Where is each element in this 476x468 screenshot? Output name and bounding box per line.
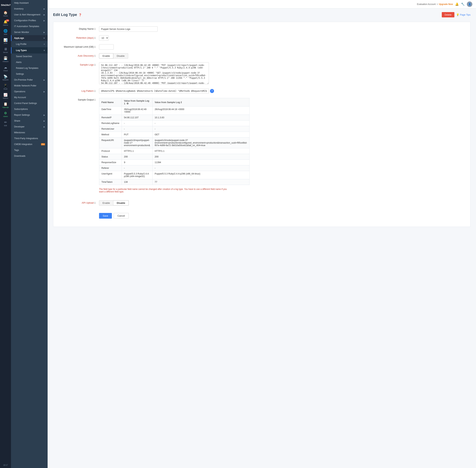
- add-log-type-icon[interactable]: +: [43, 49, 45, 52]
- sidebar-item-control-panel[interactable]: Control Panel Settings: [11, 100, 48, 106]
- sample-logs-info-icon[interactable]: ℹ: [94, 63, 95, 66]
- page-title-info-icon[interactable]: ❓: [79, 13, 82, 16]
- sidebar-item-alarms[interactable]: 🔔 26 Alarms: [0, 18, 11, 28]
- user-alert-label: User & Alert Management: [14, 13, 40, 16]
- log-pattern-info-icon[interactable]: ℹ: [94, 89, 95, 92]
- sidebar-item-applogs[interactable]: AppLogs ▼: [11, 35, 48, 41]
- sidebar-item-mobile-network[interactable]: Mobile Network Poller: [11, 83, 48, 89]
- sidebar-item-cloud[interactable]: ☁ Cloud: [0, 64, 11, 73]
- max-upload-input[interactable]: [99, 44, 114, 50]
- sidebar-item-on-premise-poller[interactable]: On-Premise Poller ▶: [11, 77, 48, 83]
- sidebar-item-tags[interactable]: Tags: [11, 147, 48, 153]
- bell-icon[interactable]: 🔔: [455, 2, 459, 6]
- sidebar-item-apm[interactable]: 📊 APM: [0, 37, 11, 46]
- sidebar-item-config-profiles[interactable]: Configuration Profiles ▶: [11, 18, 48, 23]
- col-val1: Value from Sample Log 1 ⚙: [122, 98, 152, 107]
- sidebar-item-report-settings[interactable]: Report Settings ▶: [11, 112, 48, 118]
- sidebar-item-developer[interactable]: Developer ▶: [11, 124, 48, 130]
- retention-label: Retention (days) ℹ: [59, 35, 99, 39]
- sidebar-item-edit[interactable]: ✏ Edit: [0, 119, 11, 128]
- add-log-profile-icon[interactable]: +: [43, 43, 45, 45]
- table-row: UserAgentPuppet/5.5.3 Ruby/2.4.4-p296 (x…: [99, 171, 249, 179]
- sidebar-item-applogs[interactable]: 📋 AppLogs: [0, 101, 11, 110]
- max-upload-row: Maximum Upload Limit (GB) ℹ: [59, 44, 465, 50]
- sample-output-info-icon[interactable]: ℹ: [94, 98, 95, 101]
- display-name-control: [99, 26, 465, 32]
- form-actions: Save Cancel: [99, 213, 465, 219]
- table-cell: 200: [152, 154, 249, 160]
- edit-log-type-form: Display Name ℹ Retention (days) ℹ 10 30: [53, 22, 471, 227]
- sidebar-item-downloads[interactable]: Downloads: [11, 153, 48, 159]
- wrench-icon[interactable]: 🔧: [461, 2, 465, 6]
- sidebar-item-cmdb[interactable]: CMDB Integration Pro: [11, 141, 48, 147]
- sample-logs-control: 54.90.112.107 - - [28/Aug/2018:06:42:49 …: [99, 62, 465, 85]
- icon-navigation-bar: ⊞ Site24x7 ⋯ 🏠 Home 🔔 26 Alarms 🌐 Web 📊 …: [0, 0, 11, 468]
- retention-row: Retention (days) ℹ 10 30 60 90: [59, 35, 465, 41]
- delete-button[interactable]: Delete: [442, 12, 455, 17]
- sidebar-item-rum[interactable]: 📱 RUM: [0, 82, 11, 91]
- sidebar-item-admin[interactable]: ⚙ Admin: [0, 110, 11, 119]
- sidebar-item-server-monitor[interactable]: Server Monitor ▶: [11, 29, 48, 35]
- sidebar-item-home[interactable]: 🏠 Home: [0, 9, 11, 18]
- retention-control: 10 30 60 90: [99, 35, 465, 41]
- sidebar-subitem-related-log-templates[interactable]: Related Log Templates: [11, 65, 48, 71]
- sidebar-item-user-alert[interactable]: User & Alert Management ▶: [11, 12, 48, 18]
- display-name-row: Display Name ℹ: [59, 26, 465, 32]
- table-cell: 134: [122, 179, 152, 185]
- table-cell: RemoteIP: [99, 115, 122, 120]
- api-upload-disable-btn[interactable]: Disable: [113, 200, 129, 206]
- max-upload-label: Maximum Upload Limit (GB) ℹ: [59, 44, 99, 48]
- table-cell: 11394: [152, 160, 249, 165]
- max-upload-info-icon[interactable]: ℹ: [94, 45, 95, 48]
- sidebar-item-share[interactable]: Share ▶: [11, 118, 48, 124]
- auto-discovery-enable-btn[interactable]: Enable: [99, 53, 113, 58]
- cancel-button[interactable]: Cancel: [114, 213, 129, 219]
- sidebar-item-inventory[interactable]: Inventory ▶: [11, 6, 48, 12]
- sidebar-subitem-log-profile[interactable]: Log Profile +: [11, 41, 48, 47]
- sidebar-item-web[interactable]: 🌐 Web: [0, 28, 11, 37]
- admin-label: Admin: [3, 116, 8, 117]
- page-tips-button[interactable]: 💡 Page Tips: [456, 13, 471, 16]
- cloud-icon: ☁: [4, 65, 7, 69]
- display-name-input[interactable]: [99, 26, 158, 32]
- upgrade-now-button[interactable]: Upgrade Now: [439, 3, 453, 5]
- brand-name: Site24x7: [1, 4, 11, 6]
- sidebar-subitem-alerts[interactable]: Alerts: [11, 59, 48, 65]
- sidebar-subitem-saved-searches[interactable]: Saved Searches: [11, 54, 48, 59]
- sidebar-item-metrics[interactable]: 📈 Metrics: [0, 91, 11, 101]
- user-avatar[interactable]: 👤: [467, 1, 472, 7]
- sidebar-item-it-automation[interactable]: IT Automation Templates: [11, 23, 48, 29]
- sidebar-item-network[interactable]: 📡 Network: [0, 73, 11, 82]
- log-pattern-input[interactable]: [99, 88, 209, 94]
- auto-discovery-info-icon[interactable]: ℹ: [94, 54, 95, 57]
- sample-output-table: Field Name Value from Sample Log 1 ⚙ Val…: [99, 98, 249, 185]
- retention-info-icon[interactable]: ℹ: [94, 36, 95, 39]
- display-name-info-icon[interactable]: ℹ: [94, 28, 95, 30]
- sidebar-subitem-log-types[interactable]: Log Types +: [11, 47, 48, 54]
- related-log-templates-label: Related Log Templates: [16, 67, 38, 69]
- table-cell: ResponseSize: [99, 160, 122, 165]
- sidebar-item-my-account[interactable]: My Account: [11, 94, 48, 100]
- mobile-network-label: Mobile Network Poller: [14, 84, 36, 87]
- sidebar-item-third-party[interactable]: Third-Party Integrations: [11, 135, 48, 141]
- sidebar-item-milestones[interactable]: Milestones: [11, 130, 48, 135]
- auto-discovery-disable-btn[interactable]: Disable: [113, 53, 128, 58]
- sidebar-item-subscriptions[interactable]: Subscriptions: [11, 106, 48, 112]
- sidebar-item-server[interactable]: 🖥 Server: [0, 46, 11, 55]
- page-title: Edit Log Type: [53, 13, 77, 17]
- sidebar-item-help[interactable]: Help Assistant: [11, 0, 48, 6]
- sample-logs-textarea[interactable]: 54.90.112.107 - - [28/Aug/2018:06:42:49 …: [99, 62, 209, 84]
- sidebar-subitem-settings[interactable]: Settings: [11, 71, 48, 77]
- sidebar-item-operations[interactable]: Operations ▶: [11, 89, 48, 94]
- save-button[interactable]: Save: [99, 213, 112, 219]
- vmware-icon: 💾: [3, 56, 8, 60]
- table-cell: Method: [99, 132, 122, 137]
- api-upload-enable-btn[interactable]: Enable: [99, 200, 113, 206]
- table-cell: HTTP/1.1: [152, 148, 249, 154]
- log-pattern-help-icon[interactable]: ?: [210, 89, 214, 93]
- retention-select[interactable]: 10 30 60 90: [99, 35, 109, 41]
- table-cell: RemoteUser: [99, 126, 122, 132]
- sidebar-item-vmware[interactable]: 💾 VMware: [0, 55, 11, 64]
- api-upload-info-icon[interactable]: ℹ: [94, 201, 95, 204]
- cmdb-label: CMDB Integration: [14, 143, 32, 146]
